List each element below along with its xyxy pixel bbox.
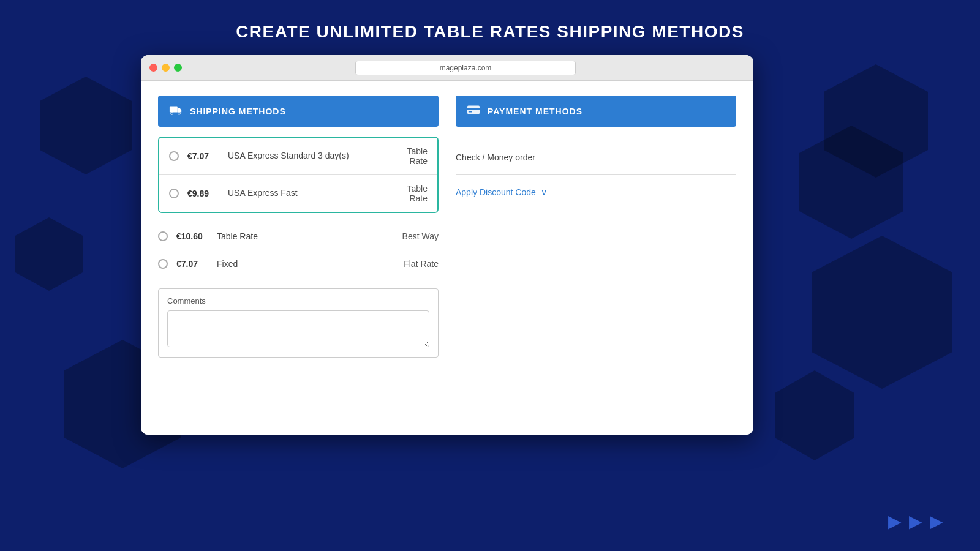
shipping-method-4: Flat Rate: [396, 259, 439, 269]
payment-option-check[interactable]: Check / Money order: [456, 146, 736, 168]
address-bar[interactable]: mageplaza.com: [355, 61, 576, 75]
shipping-header: SHIPPING METHODS: [158, 96, 439, 127]
svg-marker-1: [15, 217, 83, 291]
comments-textarea[interactable]: [167, 310, 429, 347]
shipping-name-2: USA Express Fast: [228, 187, 382, 200]
shipping-radio-2[interactable]: [169, 189, 179, 198]
two-columns: SHIPPING METHODS €7.07 USA Express Stand…: [158, 96, 736, 358]
apply-discount-link[interactable]: Apply Discount Code: [456, 187, 536, 197]
shipping-highlighted-table: €7.07 USA Express Standard 3 day(s) Tabl…: [158, 137, 439, 213]
shipping-header-label: SHIPPING METHODS: [190, 107, 286, 116]
shipping-row-3[interactable]: €10.60 Table Rate Best Way: [158, 223, 439, 250]
window-minimize-dot[interactable]: [162, 64, 170, 72]
discount-row[interactable]: Apply Discount Code ∨: [456, 181, 736, 203]
payment-column: PAYMENT METHODS Check / Money order Appl…: [456, 96, 736, 358]
browser-window: mageplaza.com SHIPPING M: [141, 55, 753, 435]
shipping-name-1: USA Express Standard 3 day(s): [228, 150, 382, 162]
svg-rect-12: [469, 111, 472, 113]
credit-card-icon: [467, 104, 480, 118]
shipping-price-4: €7.07: [176, 259, 208, 269]
shipping-price-1: €7.07: [187, 151, 219, 161]
svg-rect-11: [467, 108, 480, 110]
shipping-row-4[interactable]: €7.07 Fixed Flat Rate: [158, 250, 439, 277]
svg-marker-0: [40, 77, 132, 174]
comments-label: Comments: [167, 296, 429, 305]
chevron-down-icon[interactable]: ∨: [541, 187, 547, 197]
svg-rect-7: [170, 107, 178, 113]
shipping-method-2: Table Rate: [391, 184, 428, 203]
shipping-row-1[interactable]: €7.07 USA Express Standard 3 day(s) Tabl…: [159, 138, 437, 175]
shipping-price-3: €10.60: [176, 231, 208, 241]
shipping-column: SHIPPING METHODS €7.07 USA Express Stand…: [158, 96, 439, 358]
shipping-row-2[interactable]: €9.89 USA Express Fast Table Rate: [159, 175, 437, 212]
window-close-dot[interactable]: [149, 64, 157, 72]
check-money-label: Check / Money order: [456, 152, 535, 162]
page-title: CREATE UNLIMITED TABLE RATES SHIPPING ME…: [0, 0, 980, 42]
shipping-method-3: Best Way: [396, 231, 439, 241]
shipping-price-2: €9.89: [187, 189, 219, 198]
payment-divider: [456, 174, 736, 175]
payment-content: Check / Money order Apply Discount Code …: [456, 137, 736, 213]
window-maximize-dot[interactable]: [174, 64, 182, 72]
shipping-radio-3[interactable]: [158, 231, 168, 241]
shipping-method-1: Table Rate: [391, 146, 428, 166]
svg-rect-10: [467, 106, 480, 114]
browser-chrome: mageplaza.com: [141, 55, 753, 81]
comments-section: Comments: [158, 288, 439, 358]
browser-content: SHIPPING METHODS €7.07 USA Express Stand…: [141, 81, 753, 435]
truck-icon: [169, 104, 183, 118]
shipping-radio-4[interactable]: [158, 259, 168, 269]
svg-marker-4: [812, 236, 952, 389]
svg-point-9: [178, 113, 181, 115]
svg-marker-6: [799, 126, 903, 239]
svg-marker-5: [775, 370, 854, 460]
shipping-name-3: Table Rate: [217, 231, 387, 241]
payment-header-label: PAYMENT METHODS: [488, 107, 582, 116]
shipping-plain-rows: €10.60 Table Rate Best Way €7.07 Fixed F…: [158, 223, 439, 277]
arrow-right-1: ▶: [888, 511, 902, 531]
shipping-name-4: Fixed: [217, 259, 387, 269]
svg-point-8: [171, 113, 173, 115]
arrows-container: ▶ ▶ ▶: [888, 511, 943, 531]
arrow-right-2: ▶: [909, 511, 922, 531]
payment-header: PAYMENT METHODS: [456, 96, 736, 127]
shipping-radio-1[interactable]: [169, 151, 179, 161]
arrow-right-3: ▶: [930, 511, 943, 531]
